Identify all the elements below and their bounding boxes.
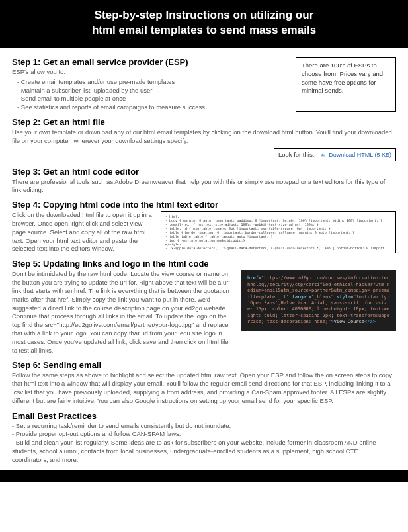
title-line1: Step-by-step Instructions on utilizing o… xyxy=(95,9,314,21)
list-item: Maintain a subscriber list, uploaded by … xyxy=(17,87,288,95)
look-label: Look for this: xyxy=(278,151,314,158)
step2: Step 2: Get an html file Use your own te… xyxy=(12,117,396,161)
download-text: Download HTML (5 KB) xyxy=(329,152,391,158)
esp-callout: There are 100's of ESPs to choose from. … xyxy=(296,57,396,112)
step1-intro: ESP's allow you to: xyxy=(12,68,288,77)
step4-heading: Step 4: Copying html code into the html … xyxy=(12,200,396,210)
step6-heading: Step 6: Sending email xyxy=(12,360,396,370)
list-item: Create email templates and/or use pre-ma… xyxy=(17,78,288,87)
footer-bar xyxy=(0,470,408,482)
best-heading: Email Best Practices xyxy=(12,411,396,421)
list-item: - Set a recurring task/reminder to send … xyxy=(12,422,396,431)
step5: Step 5: Updating links and logo in the h… xyxy=(12,259,396,355)
step3-heading: Step 3: Get an html code editor xyxy=(12,167,396,177)
step5-codeblock: href="https://www.ed2go.com/courses/info… xyxy=(241,270,396,331)
title-banner: Step-by-step Instructions on utilizing o… xyxy=(0,0,408,48)
download-icon xyxy=(319,151,326,159)
page-title: Step-by-step Instructions on utilizing o… xyxy=(7,8,401,38)
step3: Step 3: Get an html code editor There ar… xyxy=(12,167,396,195)
title-line2: html email templates to send mass emails xyxy=(92,24,316,36)
step1: Step 1: Get an email service provider (E… xyxy=(12,57,396,112)
list-item: - Provide proper opt-out options and fol… xyxy=(12,430,396,439)
step4-codeblock: - html, - body { margin: 0 auto !importa… xyxy=(161,211,396,253)
step6-body: Follow the same steps as above to highli… xyxy=(12,371,396,405)
list-item: Send email to multiple people at once xyxy=(17,95,288,103)
step3-body: There are professional tools such as Ado… xyxy=(12,178,396,195)
step1-bullets: Create email templates and/or use pre-ma… xyxy=(12,78,288,112)
look-for-box: Look for this: Download HTML (5 KB) xyxy=(274,148,396,161)
best-practices: Email Best Practices - Set a recurring t… xyxy=(12,411,396,465)
download-html-link[interactable]: Download HTML (5 KB) xyxy=(319,151,391,159)
list-item: - Build and clean your list regularly. S… xyxy=(12,439,396,464)
list-item: See statistics and reports of email camp… xyxy=(17,103,288,112)
code-target: _blank xyxy=(314,294,331,300)
step4: Step 4: Copying html code into the html … xyxy=(12,200,396,253)
step5-heading: Step 5: Updating links and logo in the h… xyxy=(12,259,396,269)
step5-body: Don't be intimidated by the raw html cod… xyxy=(12,270,231,355)
step6: Step 6: Sending email Follow the same st… xyxy=(12,360,396,405)
step1-heading: Step 1: Get an email service provider (E… xyxy=(12,57,288,67)
step2-heading: Step 2: Get an html file xyxy=(12,117,396,127)
step4-body: Click on the downloaded html file to ope… xyxy=(12,211,154,253)
code-inner: View Course xyxy=(334,319,364,324)
step2-body: Use your own template or download any of… xyxy=(12,128,396,146)
